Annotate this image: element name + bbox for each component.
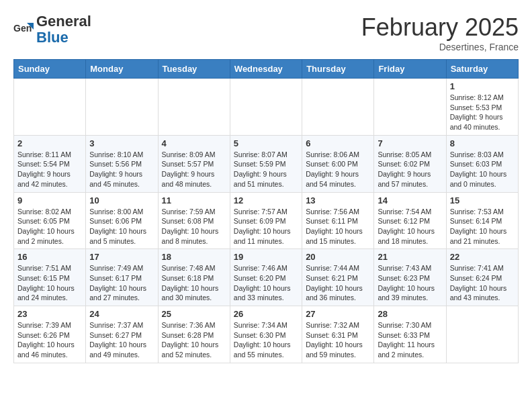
calendar-cell	[14, 79, 86, 136]
day-info: Sunrise: 8:06 AM Sunset: 6:00 PM Dayligh…	[306, 150, 370, 189]
day-number: 8	[450, 138, 515, 148]
weekday-header-saturday: Saturday	[446, 60, 518, 79]
day-number: 3	[89, 138, 154, 148]
logo: Gen General Blue	[13, 13, 91, 46]
day-number: 14	[378, 195, 442, 205]
header: Gen General Blue February 2025 Desertine…	[13, 13, 519, 52]
calendar-cell: 26Sunrise: 7:34 AM Sunset: 6:30 PM Dayli…	[230, 306, 302, 363]
calendar-cell	[230, 79, 302, 136]
calendar-cell: 5Sunrise: 8:07 AM Sunset: 5:59 PM Daylig…	[230, 135, 302, 192]
weekday-header-tuesday: Tuesday	[158, 60, 230, 79]
day-number: 10	[89, 195, 154, 205]
day-number: 25	[162, 309, 226, 319]
calendar-cell	[374, 79, 446, 136]
day-number: 23	[17, 309, 82, 319]
week-row-1: 2Sunrise: 8:11 AM Sunset: 5:54 PM Daylig…	[14, 135, 519, 192]
day-info: Sunrise: 7:39 AM Sunset: 6:26 PM Dayligh…	[17, 320, 82, 360]
day-info: Sunrise: 7:48 AM Sunset: 6:18 PM Dayligh…	[162, 263, 226, 303]
day-number: 1	[450, 81, 515, 91]
day-info: Sunrise: 7:41 AM Sunset: 6:24 PM Dayligh…	[450, 263, 515, 303]
day-info: Sunrise: 7:43 AM Sunset: 6:23 PM Dayligh…	[378, 263, 442, 303]
calendar-cell: 22Sunrise: 7:41 AM Sunset: 6:24 PM Dayli…	[446, 249, 518, 306]
title-block: February 2025 Desertines, France	[361, 13, 519, 52]
week-row-3: 16Sunrise: 7:51 AM Sunset: 6:15 PM Dayli…	[14, 249, 519, 306]
day-info: Sunrise: 8:09 AM Sunset: 5:57 PM Dayligh…	[162, 150, 226, 189]
day-number: 7	[378, 138, 442, 148]
day-number: 22	[450, 252, 515, 262]
calendar-cell	[302, 79, 374, 136]
day-number: 19	[234, 252, 298, 262]
calendar-cell: 20Sunrise: 7:44 AM Sunset: 6:21 PM Dayli…	[302, 249, 374, 306]
week-row-4: 23Sunrise: 7:39 AM Sunset: 6:26 PM Dayli…	[14, 306, 519, 363]
day-info: Sunrise: 7:32 AM Sunset: 6:31 PM Dayligh…	[306, 320, 370, 360]
day-info: Sunrise: 8:03 AM Sunset: 6:03 PM Dayligh…	[450, 150, 515, 189]
day-info: Sunrise: 7:53 AM Sunset: 6:14 PM Dayligh…	[450, 207, 515, 246]
weekday-header-row: SundayMondayTuesdayWednesdayThursdayFrid…	[14, 60, 519, 79]
day-info: Sunrise: 7:36 AM Sunset: 6:28 PM Dayligh…	[162, 320, 226, 360]
day-number: 5	[234, 138, 298, 148]
calendar-cell: 23Sunrise: 7:39 AM Sunset: 6:26 PM Dayli…	[14, 306, 86, 363]
location: Desertines, France	[361, 42, 519, 52]
calendar-header: SundayMondayTuesdayWednesdayThursdayFrid…	[14, 60, 519, 79]
day-number: 20	[306, 252, 370, 262]
calendar-cell: 19Sunrise: 7:46 AM Sunset: 6:20 PM Dayli…	[230, 249, 302, 306]
week-row-2: 9Sunrise: 8:02 AM Sunset: 6:05 PM Daylig…	[14, 192, 519, 249]
calendar-cell: 24Sunrise: 7:37 AM Sunset: 6:27 PM Dayli…	[86, 306, 158, 363]
calendar-cell: 13Sunrise: 7:56 AM Sunset: 6:11 PM Dayli…	[302, 192, 374, 249]
day-info: Sunrise: 7:56 AM Sunset: 6:11 PM Dayligh…	[306, 207, 370, 246]
day-info: Sunrise: 7:46 AM Sunset: 6:20 PM Dayligh…	[234, 263, 298, 303]
day-number: 28	[378, 309, 442, 319]
day-number: 6	[306, 138, 370, 148]
calendar-cell: 3Sunrise: 8:10 AM Sunset: 5:56 PM Daylig…	[86, 135, 158, 192]
day-number: 15	[450, 195, 515, 205]
logo-icon: Gen	[13, 19, 34, 40]
day-number: 21	[378, 252, 442, 262]
calendar-cell: 25Sunrise: 7:36 AM Sunset: 6:28 PM Dayli…	[158, 306, 230, 363]
weekday-header-thursday: Thursday	[302, 60, 374, 79]
calendar-cell: 18Sunrise: 7:48 AM Sunset: 6:18 PM Dayli…	[158, 249, 230, 306]
day-info: Sunrise: 7:34 AM Sunset: 6:30 PM Dayligh…	[234, 320, 298, 360]
calendar-cell: 6Sunrise: 8:06 AM Sunset: 6:00 PM Daylig…	[302, 135, 374, 192]
month-title: February 2025	[361, 13, 519, 42]
calendar-cell	[446, 306, 518, 363]
calendar-cell: 15Sunrise: 7:53 AM Sunset: 6:14 PM Dayli…	[446, 192, 518, 249]
weekday-header-monday: Monday	[86, 60, 158, 79]
day-number: 18	[162, 252, 226, 262]
day-number: 27	[306, 309, 370, 319]
day-info: Sunrise: 7:54 AM Sunset: 6:12 PM Dayligh…	[378, 207, 442, 246]
day-number: 9	[17, 195, 82, 205]
day-info: Sunrise: 8:11 AM Sunset: 5:54 PM Dayligh…	[17, 150, 82, 189]
day-number: 26	[234, 309, 298, 319]
day-info: Sunrise: 8:12 AM Sunset: 5:53 PM Dayligh…	[450, 93, 515, 132]
weekday-header-wednesday: Wednesday	[230, 60, 302, 79]
weekday-header-friday: Friday	[374, 60, 446, 79]
calendar-cell: 1Sunrise: 8:12 AM Sunset: 5:53 PM Daylig…	[446, 79, 518, 136]
day-number: 2	[17, 138, 82, 148]
day-number: 13	[306, 195, 370, 205]
day-info: Sunrise: 7:44 AM Sunset: 6:21 PM Dayligh…	[306, 263, 370, 303]
calendar-cell: 17Sunrise: 7:49 AM Sunset: 6:17 PM Dayli…	[86, 249, 158, 306]
day-info: Sunrise: 7:30 AM Sunset: 6:33 PM Dayligh…	[378, 320, 442, 360]
day-number: 4	[162, 138, 226, 148]
calendar-cell: 21Sunrise: 7:43 AM Sunset: 6:23 PM Dayli…	[374, 249, 446, 306]
day-number: 12	[234, 195, 298, 205]
day-number: 16	[17, 252, 82, 262]
calendar-cell	[86, 79, 158, 136]
day-info: Sunrise: 8:10 AM Sunset: 5:56 PM Dayligh…	[89, 150, 154, 189]
calendar-cell: 7Sunrise: 8:05 AM Sunset: 6:02 PM Daylig…	[374, 135, 446, 192]
calendar-cell: 4Sunrise: 8:09 AM Sunset: 5:57 PM Daylig…	[158, 135, 230, 192]
logo-text: General Blue	[36, 13, 91, 46]
day-info: Sunrise: 8:00 AM Sunset: 6:06 PM Dayligh…	[89, 207, 154, 246]
calendar-cell: 10Sunrise: 8:00 AM Sunset: 6:06 PM Dayli…	[86, 192, 158, 249]
day-info: Sunrise: 7:59 AM Sunset: 6:08 PM Dayligh…	[162, 207, 226, 246]
day-number: 24	[89, 309, 154, 319]
day-info: Sunrise: 7:37 AM Sunset: 6:27 PM Dayligh…	[89, 320, 154, 360]
calendar-cell: 12Sunrise: 7:57 AM Sunset: 6:09 PM Dayli…	[230, 192, 302, 249]
calendar-cell: 27Sunrise: 7:32 AM Sunset: 6:31 PM Dayli…	[302, 306, 374, 363]
day-info: Sunrise: 8:07 AM Sunset: 5:59 PM Dayligh…	[234, 150, 298, 189]
day-info: Sunrise: 8:02 AM Sunset: 6:05 PM Dayligh…	[17, 207, 82, 246]
calendar-cell	[158, 79, 230, 136]
calendar-cell: 8Sunrise: 8:03 AM Sunset: 6:03 PM Daylig…	[446, 135, 518, 192]
calendar-cell: 9Sunrise: 8:02 AM Sunset: 6:05 PM Daylig…	[14, 192, 86, 249]
weekday-header-sunday: Sunday	[14, 60, 86, 79]
